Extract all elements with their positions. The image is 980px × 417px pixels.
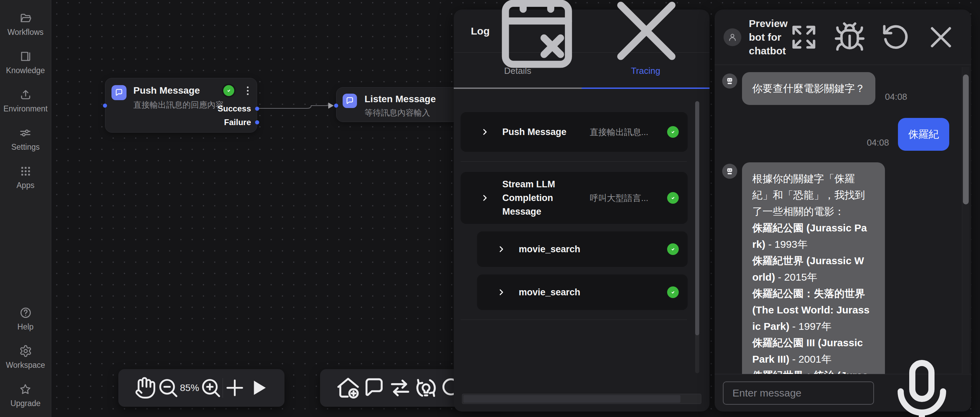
expand-icon	[788, 21, 820, 54]
sidebar-item-help[interactable]: Help	[18, 306, 33, 331]
chevron-right-icon[interactable]	[480, 193, 489, 202]
zoom-out-icon	[156, 376, 180, 400]
trace-item[interactable]: movie_search	[477, 231, 688, 267]
message-timestamp: 04:08	[885, 92, 907, 102]
home-add-icon	[335, 375, 361, 401]
tab-details[interactable]: Details	[454, 52, 582, 89]
success-badge	[667, 287, 679, 298]
trace-name: Push Message	[502, 125, 582, 139]
log-panel: Log DetailsTracing Push Message直接輸出訊息...…	[454, 10, 710, 412]
sidebar-main-nav: WorkflowsKnowledgeEnvironmentSettingsApp…	[3, 12, 48, 190]
trace-item[interactable]: Push Message直接輸出訊息...	[461, 112, 688, 152]
reset-button[interactable]	[879, 21, 912, 54]
success-badge	[223, 85, 234, 96]
node-title: Push Message	[134, 85, 200, 96]
comment-icon	[361, 375, 387, 401]
run-button[interactable]	[247, 376, 270, 400]
expand-button[interactable]	[788, 21, 820, 54]
auto-layout-icon	[413, 375, 439, 401]
log-vertical-scrollbar[interactable]	[695, 101, 699, 373]
sidebar-item-label: Settings	[11, 143, 40, 152]
sidebar-item-workspace[interactable]: Workspace	[6, 344, 45, 370]
sidebar-item-label: Knowledge	[6, 66, 45, 75]
robot-icon	[725, 76, 735, 86]
bot-avatar	[722, 164, 737, 179]
success-badge	[667, 192, 679, 204]
chat-bubble-icon	[114, 88, 124, 97]
sidebar-item-label: Workspace	[6, 361, 45, 370]
pan-hand-button[interactable]	[133, 376, 156, 400]
sidebar-item-environment[interactable]: Environment	[3, 88, 48, 114]
port-label-success: Success	[218, 104, 251, 114]
success-badge	[667, 126, 679, 138]
add-node-icon	[223, 376, 247, 400]
close-icon	[924, 21, 958, 54]
tab-tracing[interactable]: Tracing	[582, 52, 710, 89]
trace-item[interactable]: Stream LLM Completion Message呼叫大型語言...	[461, 172, 688, 224]
sidebar-item-apps[interactable]: Apps	[16, 165, 34, 190]
person-icon	[727, 32, 738, 42]
chat-message-bot: 根據你的關鍵字「侏羅紀」和「恐龍」，我找到了一些相關的電影：侏羅紀公園 (Jur…	[722, 162, 949, 374]
failure-port[interactable]	[255, 121, 259, 124]
close-button[interactable]	[924, 21, 958, 54]
tab-label: Tracing	[631, 66, 660, 76]
sidebar-item-label: Help	[18, 322, 33, 331]
port-label-failure: Failure	[224, 117, 251, 127]
sidebar-item-upgrade[interactable]: Upgrade	[10, 383, 40, 408]
bot-message-bubble: 你要查什麼電影關鍵字？	[742, 72, 875, 105]
bot-avatar	[722, 73, 737, 89]
success-port[interactable]	[255, 107, 259, 111]
node-push-message[interactable]: Push Message 直接輸出訊息的回應內容 Success Failure	[105, 78, 257, 133]
log-horizontal-scrollbar[interactable]	[462, 394, 701, 404]
debug-button[interactable]	[833, 21, 866, 54]
chevron-right-icon[interactable]	[480, 127, 489, 136]
log-panel-title: Log	[471, 25, 490, 37]
swap-arrows-icon	[387, 375, 413, 401]
log-tabs: DetailsTracing	[454, 52, 710, 89]
run-icon	[247, 376, 270, 400]
log-panel-header: Log	[454, 10, 710, 52]
trace-divider	[461, 161, 687, 162]
swap-arrows-button[interactable]	[387, 375, 413, 401]
trace-desc: 直接輸出訊息...	[582, 127, 662, 138]
auto-layout-button[interactable]	[413, 375, 439, 401]
bot-avatar	[724, 29, 741, 46]
input-port[interactable]	[103, 103, 107, 108]
chat-message-list: 你要查什麼電影關鍵字？04:0804:08侏羅紀根據你的關鍵字「侏羅紀」和「恐龍…	[715, 65, 971, 374]
trace-name: Stream LLM Completion Message	[502, 178, 582, 219]
success-badge	[667, 243, 679, 255]
preview-panel-header: Preview bot for chatbot	[715, 10, 971, 65]
sidebar-item-label: Apps	[16, 181, 34, 190]
chevron-right-icon[interactable]	[497, 288, 506, 296]
sidebar-item-knowledge[interactable]: Knowledge	[6, 50, 45, 75]
preview-header-icons	[788, 21, 958, 54]
sidebar-item-workflows[interactable]: Workflows	[8, 12, 44, 37]
trace-name: movie_search	[519, 243, 662, 256]
book-icon	[19, 50, 32, 63]
pan-hand-icon	[133, 376, 156, 400]
chat-scrollbar[interactable]	[962, 67, 969, 373]
node-title: Listen Message	[364, 94, 436, 105]
scrollbar-thumb[interactable]	[963, 75, 969, 205]
trace-desc: 呼叫大型語言...	[582, 192, 662, 204]
zoom-in-button[interactable]	[199, 376, 223, 400]
edge-success-to-listen	[258, 106, 328, 108]
debug-icon	[833, 21, 866, 54]
sidebar-item-settings[interactable]: Settings	[11, 127, 40, 152]
input-port[interactable]	[334, 103, 338, 108]
sidebar-item-label: Upgrade	[10, 399, 40, 408]
zoom-out-button[interactable]	[156, 376, 180, 400]
add-node-button[interactable]	[223, 376, 247, 400]
chevron-right-icon[interactable]	[497, 245, 506, 254]
node-icon-bg	[111, 85, 127, 100]
scrollbar-thumb[interactable]	[695, 101, 699, 335]
home-add-button[interactable]	[335, 375, 361, 401]
message-input[interactable]	[723, 381, 874, 405]
scrollbar-thumb[interactable]	[463, 395, 681, 403]
trace-item[interactable]: movie_search	[477, 274, 688, 310]
kebab-menu-icon[interactable]	[246, 86, 249, 96]
microphone-button[interactable]	[881, 352, 963, 417]
comment-button[interactable]	[361, 375, 387, 401]
upload-icon	[19, 88, 32, 101]
robot-icon	[725, 166, 735, 176]
